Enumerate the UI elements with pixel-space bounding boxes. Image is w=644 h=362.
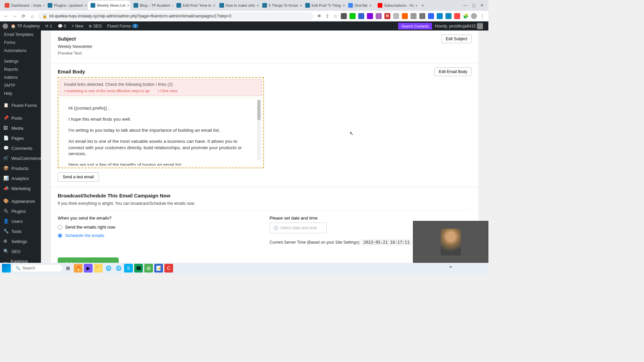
menu-help[interactable]: Help [0, 89, 41, 98]
close-icon[interactable]: × [257, 3, 259, 8]
app-icon[interactable]: ☎ [134, 264, 143, 273]
edit-subject-button[interactable]: Edit Subject [441, 35, 472, 43]
app-icon[interactable]: C [164, 264, 173, 273]
comments-link[interactable]: 💬0 [55, 24, 69, 28]
menu-comments[interactable]: 💬Comments [0, 143, 41, 153]
explorer-icon[interactable]: 📁 [94, 264, 103, 273]
tab-8[interactable]: OneTab× [345, 1, 374, 10]
menu-products[interactable]: 📦Products [0, 163, 41, 173]
ext-icon[interactable] [445, 13, 451, 19]
chevron-up-icon[interactable]: ⌃ [448, 265, 453, 272]
edge-icon[interactable]: 🌐 [114, 264, 123, 273]
home-button[interactable]: ⌂ [30, 13, 35, 19]
close-icon[interactable]: × [213, 3, 216, 8]
chrome-icon[interactable]: 🌐 [104, 264, 113, 273]
ext-icon[interactable] [358, 13, 364, 19]
eye-off-icon[interactable]: 👁 [317, 13, 322, 19]
url-input[interactable]: 🔒int-quelea-huyu.instawp.xyz/wp-admin/ad… [38, 12, 313, 20]
ext-icon[interactable] [350, 13, 356, 19]
skype-icon[interactable]: S [124, 264, 133, 273]
menu-fluent-forms[interactable]: 📋Fluent Forms [0, 100, 41, 110]
menu-media[interactable]: 🖼Media [0, 123, 41, 133]
close-icon[interactable]: × [85, 3, 87, 8]
menu-forms[interactable]: Forms [0, 39, 41, 47]
menu-wpsettings[interactable]: ⚙Settings [0, 236, 41, 246]
menu-analytics[interactable]: 📊Analytics [0, 173, 41, 183]
menu-automations[interactable]: Automations [0, 47, 41, 55]
app-icon[interactable]: ⊞ [144, 264, 153, 273]
ext-icon[interactable] [367, 13, 373, 19]
close-icon[interactable]: × [415, 3, 417, 8]
taskbar-search[interactable]: 🔍Search [12, 265, 62, 272]
close-icon[interactable]: × [369, 3, 372, 8]
menu-seo[interactable]: 🔍SEO [0, 246, 41, 256]
tab-0[interactable]: Dashboard – Insta× [2, 1, 44, 10]
back-button[interactable]: ← [3, 13, 9, 19]
menu-tools[interactable]: 🔧Tools [0, 226, 41, 236]
close-icon[interactable]: × [342, 3, 345, 8]
send-test-button[interactable]: Send a test email [58, 172, 99, 182]
share-icon[interactable]: ⇪ [325, 13, 330, 19]
ext-icon[interactable] [341, 13, 347, 19]
email-preview-content[interactable]: Hi {{contact.prefix}} , I hope this emai… [60, 99, 261, 166]
start-button[interactable] [2, 264, 11, 273]
menu-addons[interactable]: Addons [0, 73, 41, 81]
close-icon[interactable]: × [172, 3, 173, 8]
search-contacts-button[interactable]: Search Contacts [398, 23, 432, 29]
menu-users[interactable]: 👤Users [0, 216, 41, 226]
ext-icon[interactable] [376, 13, 382, 19]
ext-icon[interactable]: M [384, 13, 390, 19]
howdy-link[interactable]: Howdy, yexidikuja8415 [432, 23, 486, 29]
menu-posts[interactable]: 📌Posts [0, 113, 41, 123]
window-close-icon[interactable]: ✕ [480, 3, 484, 8]
app-icon[interactable]: ▶ [84, 264, 93, 273]
menu-settings[interactable]: Settings [0, 57, 41, 65]
puzzle-icon[interactable]: 🧩 [463, 13, 468, 19]
invalid-link-1[interactable]: marketing is one of the most effective w… [64, 89, 150, 93]
ext-icon[interactable] [437, 13, 443, 19]
menu-woocommerce[interactable]: 🛒WooCommerce [0, 153, 41, 163]
forward-button[interactable]: → [12, 13, 17, 19]
updates-link[interactable]: ⟳1 [43, 24, 55, 28]
wp-logo-icon[interactable] [3, 23, 8, 29]
ext-icon[interactable] [402, 13, 408, 19]
ext-icon[interactable] [411, 13, 417, 19]
tab-7[interactable]: Edit Post "5 Thing× [303, 1, 345, 10]
menu-marketing[interactable]: 📣Marketing [0, 183, 41, 193]
seo-link[interactable]: ⊚SEO [86, 24, 104, 28]
window-maximize-icon[interactable]: ▢ [472, 3, 476, 8]
email-body-preview[interactable]: Invalid links detected. Check the follow… [58, 77, 264, 168]
tab-6[interactable]: 5 Things To Know× [260, 1, 302, 10]
tab-4[interactable]: Edit Post "How to× [174, 1, 216, 10]
menu-email-templates[interactable]: Email Templates [0, 31, 41, 39]
close-icon[interactable]: × [127, 3, 130, 8]
close-icon[interactable]: × [300, 3, 302, 8]
radio-send-now[interactable]: Send the emails right now [58, 225, 115, 230]
ext-icon[interactable] [393, 13, 399, 19]
app-icon[interactable]: 🔥 [74, 264, 83, 273]
tab-3[interactable]: Blog – TP Academ× [131, 1, 173, 10]
tab-2-active[interactable]: Weekly News Let× [88, 1, 130, 10]
ext-icon[interactable] [428, 13, 434, 19]
scrollbar[interactable] [257, 100, 261, 160]
schedule-campaign-button[interactable]: Schedule this campaign [58, 257, 119, 263]
ext-icon[interactable] [419, 13, 425, 19]
tab-9[interactable]: Subscriptions - Yo× [375, 1, 417, 10]
new-link[interactable]: +New [69, 24, 86, 28]
date-input[interactable]: 🕒 Select date and time [270, 223, 327, 233]
menu-icon[interactable]: ⋮ [480, 13, 485, 19]
edit-body-button[interactable]: Edit Email Body [434, 67, 472, 76]
radio-schedule[interactable]: Schedule the emails [58, 233, 115, 238]
tab-5[interactable]: How to make shin× [217, 1, 259, 10]
menu-plugins[interactable]: 🔌Plugins [0, 206, 41, 216]
app-icon[interactable]: 📝 [154, 264, 163, 273]
profile-avatar[interactable] [471, 13, 477, 19]
star-icon[interactable]: ☆ [333, 13, 338, 19]
invalid-link-2[interactable]: Click here [158, 89, 177, 93]
fluent-forms-link[interactable]: Fluent Forms1 [105, 24, 141, 28]
menu-appearance[interactable]: 🎨Appearance [0, 196, 41, 206]
menu-reports[interactable]: Reports [0, 65, 41, 73]
window-minimize-icon[interactable]: — [463, 3, 467, 8]
menu-pages[interactable]: 📄Pages [0, 133, 41, 143]
reload-button[interactable]: ⟳ [21, 13, 26, 19]
